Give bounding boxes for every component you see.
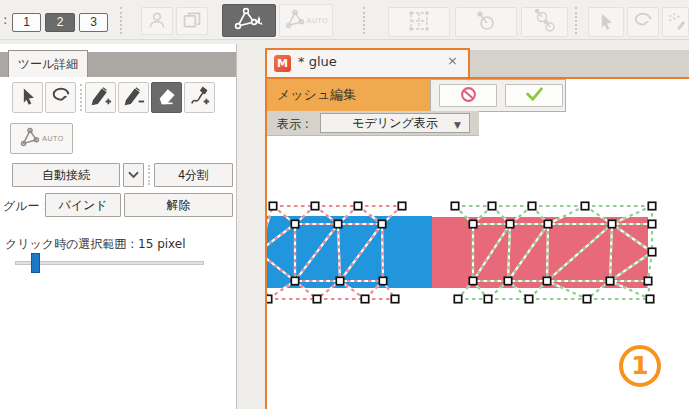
mesh-vertex[interactable] bbox=[648, 248, 655, 255]
mesh-vertex[interactable] bbox=[606, 277, 613, 284]
mesh-pen-icon bbox=[232, 6, 266, 35]
mesh-vertex[interactable] bbox=[361, 295, 368, 302]
mesh-vertex[interactable] bbox=[469, 220, 476, 227]
panel-separator bbox=[148, 165, 150, 185]
mesh-vertex[interactable] bbox=[469, 277, 476, 284]
model-file-icon: M bbox=[274, 55, 291, 72]
close-icon[interactable]: × bbox=[447, 53, 458, 68]
mesh-vertex[interactable] bbox=[543, 277, 550, 284]
mesh-vertex[interactable] bbox=[484, 295, 491, 302]
warp-deformer-button[interactable] bbox=[388, 7, 450, 37]
textures-icon bbox=[182, 10, 202, 33]
app-window: : 1 2 3 bbox=[0, 0, 689, 409]
mesh-vertex[interactable] bbox=[544, 220, 551, 227]
select-arrow-tool[interactable] bbox=[12, 82, 43, 113]
lasso-tool-button[interactable] bbox=[627, 7, 659, 37]
arrow-cursor-icon bbox=[18, 86, 38, 109]
mesh-vertex[interactable] bbox=[528, 202, 535, 209]
annotation-badge-1: 1 bbox=[619, 345, 661, 387]
display-label: 表示 : bbox=[277, 116, 309, 133]
view-level-2-button[interactable]: 2 bbox=[45, 13, 75, 32]
panel-separator bbox=[80, 84, 82, 111]
mesh-vertex[interactable] bbox=[311, 202, 318, 209]
mesh-vertex[interactable] bbox=[291, 220, 298, 227]
mesh-vertex[interactable] bbox=[354, 202, 361, 209]
main-toolbar: : 1 2 3 bbox=[0, 0, 689, 40]
mesh-vertex[interactable] bbox=[398, 202, 405, 209]
mesh-vertex[interactable] bbox=[378, 220, 385, 227]
lasso-icon bbox=[50, 86, 72, 109]
mesh-vertex[interactable] bbox=[608, 220, 615, 227]
mesh-vertex[interactable] bbox=[488, 202, 495, 209]
mesh-vertex[interactable] bbox=[506, 220, 513, 227]
mesh-vertex[interactable] bbox=[336, 277, 343, 284]
view-level-3-button[interactable]: 3 bbox=[79, 13, 108, 32]
delete-vertex-tool[interactable] bbox=[118, 82, 149, 113]
lasso-select-tool[interactable] bbox=[45, 82, 76, 113]
mesh-vertex[interactable] bbox=[646, 295, 653, 302]
mesh-vertex[interactable] bbox=[291, 277, 298, 284]
character-view-button[interactable] bbox=[141, 7, 173, 35]
mesh-vertex[interactable] bbox=[269, 202, 276, 209]
mesh-edit-mode-bar: メッシュ編集 bbox=[267, 79, 430, 111]
glue-unbind-button[interactable]: 解除 bbox=[124, 193, 233, 217]
auto-connect-options-button[interactable] bbox=[123, 163, 144, 187]
pen-plus-icon bbox=[90, 85, 112, 110]
mesh-vertex[interactable] bbox=[648, 202, 655, 209]
mesh-vertex[interactable] bbox=[648, 220, 655, 227]
tab-tool-detail[interactable]: ツール詳細 bbox=[8, 50, 88, 77]
toolbar-separator bbox=[575, 7, 577, 34]
mesh-vertex[interactable] bbox=[451, 202, 458, 209]
divide-4-button[interactable]: 4分割 bbox=[154, 163, 233, 187]
multi-rotation-deformer-button[interactable] bbox=[521, 7, 568, 37]
dropdown-caret-icon: ▼ bbox=[454, 116, 461, 134]
toolbar-separator bbox=[363, 7, 365, 34]
auto-connect-button[interactable]: 自動接続 bbox=[12, 163, 120, 187]
add-stroke-tool[interactable] bbox=[184, 82, 215, 113]
tool-detail-panel: ツール詳細 bbox=[0, 44, 237, 409]
mesh-vertex[interactable] bbox=[583, 295, 590, 302]
mesh-vertex[interactable] bbox=[267, 295, 272, 302]
brush-select-tool-button[interactable] bbox=[662, 7, 689, 37]
brush-icon bbox=[666, 11, 686, 34]
auto-mesh-button[interactable]: AUTO bbox=[10, 123, 73, 154]
confirm-mesh-edit-button[interactable] bbox=[505, 84, 563, 107]
mesh-edit-auto-button[interactable]: AUTO bbox=[279, 4, 333, 37]
chevron-down-icon bbox=[128, 168, 139, 182]
cancel-mesh-edit-button[interactable] bbox=[439, 84, 497, 107]
texture-view-button[interactable] bbox=[176, 7, 208, 35]
glue-bind-button[interactable]: バインド bbox=[45, 193, 121, 217]
mesh-vertex[interactable] bbox=[504, 277, 511, 284]
click-range-slider-track[interactable] bbox=[15, 261, 204, 265]
mesh-vertex[interactable] bbox=[334, 220, 341, 227]
mesh-vertex[interactable] bbox=[454, 295, 461, 302]
checkmark-icon bbox=[525, 86, 544, 105]
mesh-edit-actions bbox=[430, 79, 566, 112]
rotation-deformer-button[interactable] bbox=[455, 7, 517, 37]
pen-minus-icon bbox=[123, 85, 145, 110]
add-vertex-tool[interactable] bbox=[85, 82, 116, 113]
mesh-vertex[interactable] bbox=[644, 277, 651, 284]
mesh-vertex[interactable] bbox=[525, 295, 532, 302]
click-range-slider-handle[interactable] bbox=[31, 253, 40, 273]
mesh-vertex[interactable] bbox=[581, 202, 588, 209]
mesh-vertex[interactable] bbox=[379, 277, 386, 284]
mesh-auto-icon bbox=[284, 8, 306, 33]
eraser-icon bbox=[156, 85, 178, 110]
warp-deformer-icon bbox=[406, 9, 432, 36]
mesh-vertex[interactable] bbox=[313, 295, 320, 302]
arrow-cursor-icon bbox=[596, 11, 616, 34]
display-mode-dropdown[interactable]: モデリング表示 ▼ bbox=[320, 113, 470, 133]
toolbar-colon-label: : bbox=[3, 12, 7, 27]
rotation-deformer-icon bbox=[473, 9, 499, 36]
multi-rotation-deformer-icon bbox=[532, 8, 558, 37]
mesh-vertex[interactable] bbox=[391, 295, 398, 302]
erase-mesh-tool[interactable] bbox=[151, 82, 182, 113]
cancel-icon bbox=[460, 86, 477, 106]
auto-label: AUTO bbox=[42, 135, 63, 142]
mesh-edit-manual-button[interactable] bbox=[222, 4, 276, 37]
arrow-tool-button[interactable] bbox=[588, 7, 624, 37]
view-level-1-button[interactable]: 1 bbox=[12, 13, 41, 32]
tab-glue[interactable]: M * glue × bbox=[265, 48, 470, 77]
panel-header: ツール詳細 bbox=[0, 52, 236, 77]
